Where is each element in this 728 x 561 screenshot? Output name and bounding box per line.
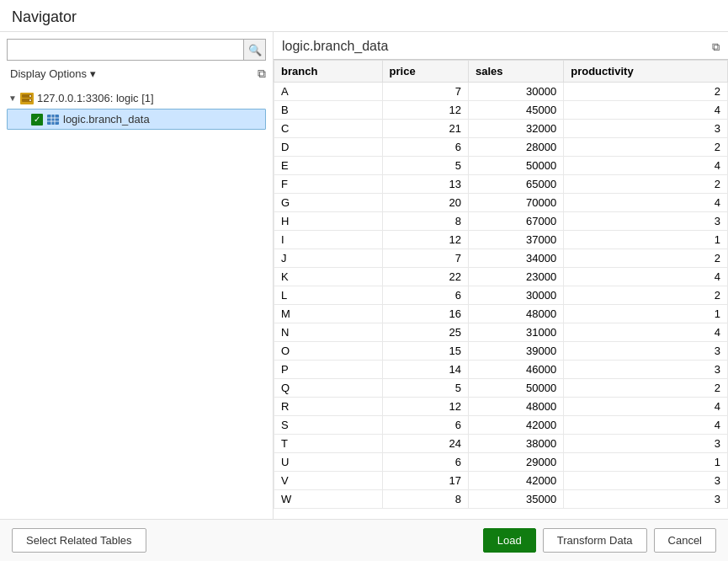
table-cell-5-2: 65000 (468, 175, 563, 194)
table-row: J7340002 (274, 249, 728, 268)
table-cell-13-2: 31000 (468, 323, 563, 342)
table-label: logic.branch_data (63, 113, 150, 126)
table-cell-4-0: E (274, 157, 383, 175)
display-options-button[interactable]: Display Options ▾ (7, 66, 99, 82)
right-panel: logic.branch_data ⧉ branchpricesalesprod… (274, 32, 728, 519)
svg-point-2 (29, 95, 31, 97)
left-panel-icon-button[interactable]: ⧉ (258, 67, 266, 81)
table-cell-1-0: B (274, 101, 383, 120)
table-cell-18-2: 42000 (468, 416, 563, 435)
table-cell-13-3: 4 (564, 323, 728, 342)
table-cell-9-1: 7 (382, 249, 468, 268)
table-cell-0-1: 7 (382, 83, 468, 101)
table-cell-13-1: 25 (382, 323, 468, 342)
table-cell-1-2: 45000 (468, 101, 563, 120)
table-cell-9-2: 34000 (468, 249, 563, 268)
table-cell-14-1: 15 (382, 342, 468, 361)
data-table: branchpricesalesproductivity A7300002B12… (274, 60, 728, 509)
table-row: F13650002 (274, 175, 728, 194)
preview-header: logic.branch_data ⧉ (274, 39, 728, 59)
table-cell-7-2: 67000 (468, 212, 563, 231)
tree-table-node[interactable]: logic.branch_data (7, 109, 266, 130)
table-cell-18-3: 4 (564, 416, 728, 435)
table-cell-14-2: 39000 (468, 342, 563, 361)
table-row: P14460003 (274, 361, 728, 379)
table-cell-11-2: 30000 (468, 286, 563, 305)
search-button[interactable]: 🔍 (244, 39, 266, 61)
expand-icon: ⧉ (258, 67, 266, 80)
table-cell-4-1: 5 (382, 157, 468, 175)
table-cell-14-3: 3 (564, 342, 728, 361)
table-cell-3-3: 2 (564, 138, 728, 157)
server-icon (20, 93, 34, 104)
table-row: Q5500002 (274, 379, 728, 398)
table-row: H8670003 (274, 212, 728, 231)
table-cell-5-0: F (274, 175, 383, 194)
table-cell-2-2: 32000 (468, 120, 563, 138)
table-cell-8-2: 37000 (468, 231, 563, 249)
table-cell-1-1: 12 (382, 101, 468, 120)
table-cell-15-1: 14 (382, 361, 468, 379)
table-cell-2-0: C (274, 120, 383, 138)
table-cell-22-0: W (274, 490, 383, 509)
table-cell-8-3: 1 (564, 231, 728, 249)
table-cell-6-1: 20 (382, 194, 468, 212)
cancel-button[interactable]: Cancel (654, 528, 716, 553)
table-cell-15-2: 46000 (468, 361, 563, 379)
table-cell-22-1: 8 (382, 490, 468, 509)
table-row: O15390003 (274, 342, 728, 361)
external-link-icon: ⧉ (712, 40, 720, 53)
table-cell-21-0: V (274, 472, 383, 490)
table-cell-0-3: 2 (564, 83, 728, 101)
table-row: U6290001 (274, 453, 728, 472)
transform-data-button[interactable]: Transform Data (543, 528, 647, 553)
table-cell-10-2: 23000 (468, 268, 563, 286)
table-cell-20-1: 6 (382, 453, 468, 472)
table-row: N25310004 (274, 323, 728, 342)
table-row: M16480001 (274, 305, 728, 323)
search-row: 🔍 (7, 39, 266, 61)
tree-chevron-icon: ▼ (8, 94, 17, 103)
table-cell-21-1: 17 (382, 472, 468, 490)
table-cell-8-1: 12 (382, 231, 468, 249)
preview-expand-button[interactable]: ⧉ (712, 39, 720, 54)
table-cell-7-1: 8 (382, 212, 468, 231)
table-cell-12-0: M (274, 305, 383, 323)
table-cell-19-1: 24 (382, 435, 468, 453)
table-cell-12-1: 16 (382, 305, 468, 323)
table-cell-3-0: D (274, 138, 383, 157)
table-cell-16-1: 5 (382, 379, 468, 398)
table-cell-18-1: 6 (382, 416, 468, 435)
table-row: D6280002 (274, 138, 728, 157)
table-cell-0-0: A (274, 83, 383, 101)
table-cell-14-0: O (274, 342, 383, 361)
table-cell-1-3: 4 (564, 101, 728, 120)
load-button[interactable]: Load (483, 528, 536, 553)
footer: Select Related Tables Load Transform Dat… (0, 519, 728, 561)
table-cell-17-3: 4 (564, 398, 728, 416)
table-row: S6420004 (274, 416, 728, 435)
table-cell-4-2: 50000 (468, 157, 563, 175)
table-cell-19-2: 38000 (468, 435, 563, 453)
table-cell-2-1: 21 (382, 120, 468, 138)
server-label: 127.0.0.1:3306: logic [1] (37, 92, 154, 104)
table-row: E5500004 (274, 157, 728, 175)
table-cell-3-2: 28000 (468, 138, 563, 157)
table-cell-19-3: 3 (564, 435, 728, 453)
table-cell-0-2: 30000 (468, 83, 563, 101)
tree-server-node[interactable]: ▼ 127.0.0.1:3306: logic [1] (7, 88, 266, 108)
table-cell-10-0: K (274, 268, 383, 286)
table-cell-9-0: J (274, 249, 383, 268)
search-input[interactable] (7, 39, 244, 61)
table-cell-18-0: S (274, 416, 383, 435)
tree-area: ▼ 127.0.0.1:3306: logic [1] (7, 88, 266, 512)
table-cell-7-3: 3 (564, 212, 728, 231)
table-cell-5-3: 2 (564, 175, 728, 194)
table-cell-17-2: 48000 (468, 398, 563, 416)
table-cell-12-3: 1 (564, 305, 728, 323)
table-col-price: price (382, 61, 468, 83)
data-table-wrapper[interactable]: branchpricesalesproductivity A7300002B12… (274, 59, 728, 519)
table-cell-22-3: 3 (564, 490, 728, 509)
select-related-button[interactable]: Select Related Tables (12, 528, 146, 553)
search-icon: 🔍 (248, 44, 262, 56)
